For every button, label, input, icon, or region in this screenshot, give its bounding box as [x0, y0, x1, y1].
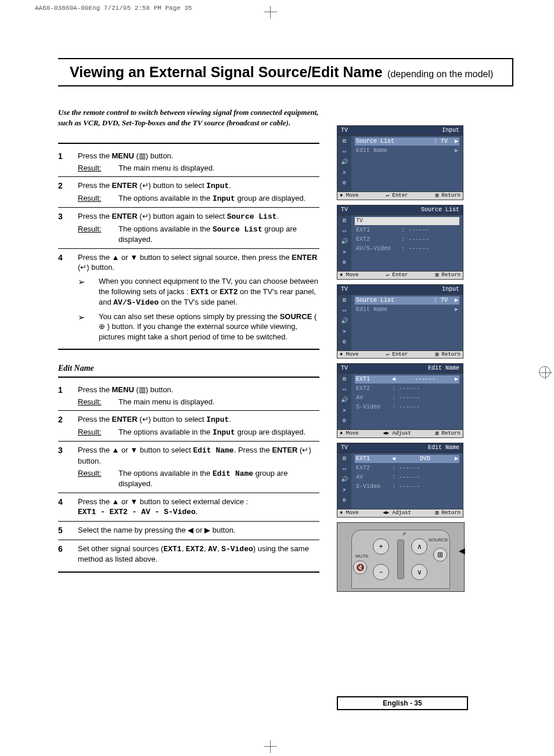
center-bar	[397, 540, 404, 579]
result-label: Result:	[78, 163, 118, 173]
setup-icon: ⚙	[343, 180, 346, 187]
mute-button: 🔇	[353, 560, 367, 574]
channel-icon: ✕	[343, 487, 346, 494]
edit-name-heading: Edit Name	[58, 364, 319, 373]
osd-input-2: TVInput ⊞▭🔊✕⚙ Source List: TV▶ Edit Name…	[337, 284, 463, 359]
osd-source-list: TVSource List ⊞▭🔊✕⚙ TV EXT1: ------ EXT2…	[337, 205, 463, 280]
page-number: English - 35	[337, 696, 468, 710]
sound-icon: 🔊	[341, 397, 348, 404]
picture-icon: ▭	[343, 466, 346, 473]
sound-icon: 🔊	[341, 318, 348, 325]
sound-icon: 🔊	[341, 159, 348, 166]
channel-icon: ✕	[343, 328, 346, 335]
step-b3: 3 Press the ▲ or ▼ button to select Edit…	[58, 442, 319, 493]
input-icon: ⊞	[343, 138, 346, 145]
source-button: ⊞	[433, 548, 447, 562]
crop-crosshair-right	[539, 366, 551, 378]
picture-icon: ▭	[343, 228, 346, 235]
sound-icon: 🔊	[341, 238, 348, 245]
crop-crosshair-bottom	[264, 740, 277, 753]
step-b6: 6 Set other signal sources (EXT1, EXT2, …	[58, 540, 319, 568]
print-header: AA68-03660A-00Eng 7/21/05 2:58 PM Page 3…	[35, 5, 192, 12]
osd-input-1: TVInput ⊞▭🔊✕⚙ Source List: TV▶ Edit Name…	[337, 125, 463, 200]
step-a4: 4 Press the ▲ or ▼ button to select sign…	[58, 249, 319, 345]
note-arrow-icon: ➢	[78, 276, 99, 308]
page: AA68-03660A-00Eng 7/21/05 2:58 PM Page 3…	[0, 0, 554, 756]
p-label: P	[403, 531, 406, 537]
setup-icon: ⚙	[343, 418, 346, 425]
step-b5: 5 Select the name by pressing the ◀ or ▶…	[58, 522, 319, 540]
step-a2: 2 Press the ENTER (↵) button to select I…	[58, 177, 319, 208]
step-b4: 4 Press the ▲ or ▼ button to select exte…	[58, 493, 319, 522]
main-content: Use the remote control to switch between…	[58, 107, 319, 576]
divider	[58, 571, 319, 573]
mute-label: MUTE	[355, 554, 369, 559]
divider	[58, 143, 319, 144]
channel-icon: ✕	[343, 407, 346, 414]
note-arrow-icon: ➢	[78, 312, 99, 342]
page-title: Viewing an External Signal Source/Edit N…	[70, 64, 383, 80]
input-icon: ⊞	[343, 218, 346, 225]
input-icon: ⊞	[343, 376, 346, 383]
divider	[58, 349, 319, 350]
remote-illustration: MUTE P SOURCE + − 🔇 ∧ ∨ ⊞ ◀	[337, 522, 465, 592]
step-b2: 2 Press the ENTER (↵) button to select I…	[58, 411, 319, 442]
setup-icon: ⚙	[343, 259, 346, 266]
source-label: SOURCE	[429, 537, 448, 542]
title-box: Viewing an External Signal Source/Edit N…	[58, 58, 513, 86]
input-icon: ⊞	[343, 455, 346, 462]
sound-icon: 🔊	[341, 476, 348, 483]
setup-icon: ⚙	[343, 339, 346, 346]
step-b1: 1 Press the MENU (▥) button. Result: The…	[58, 381, 319, 411]
setup-icon: ⚙	[343, 497, 346, 504]
intro-text: Use the remote control to switch between…	[58, 107, 319, 128]
osd-sidebar-icons: ⊞▭🔊✕⚙	[337, 136, 351, 191]
channel-icon: ✕	[343, 249, 346, 256]
crop-crosshair-top	[264, 6, 277, 19]
channel-icon: ✕	[343, 169, 346, 176]
pointer-arrow-icon: ◀	[459, 546, 465, 555]
step-a3: 3 Press the ENTER (↵) button again to se…	[58, 208, 319, 249]
vol-up-button: +	[373, 538, 389, 555]
osd-edit-name-2: TVEdit Name ⊞▭🔊✕⚙ EXT1◀DVD▶ EXT2: ------…	[337, 443, 463, 518]
page-subtitle: (depending on the model)	[387, 69, 493, 79]
picture-icon: ▭	[343, 149, 346, 155]
picture-icon: ▭	[343, 308, 346, 314]
osd-column: TVInput ⊞▭🔊✕⚙ Source List: TV▶ Edit Name…	[337, 125, 465, 592]
picture-icon: ▭	[343, 386, 346, 393]
divider	[58, 377, 319, 378]
vol-down-button: −	[373, 564, 389, 580]
input-icon: ⊞	[343, 297, 346, 304]
osd-edit-name-1: TVEdit Name ⊞▭🔊✕⚙ EXT1◀------▶ EXT2: ---…	[337, 363, 463, 438]
ch-up-button: ∧	[411, 538, 427, 555]
step-a1: 1 Press the MENU (▥) button. Result: The…	[58, 147, 319, 177]
ch-down-button: ∨	[411, 564, 427, 580]
